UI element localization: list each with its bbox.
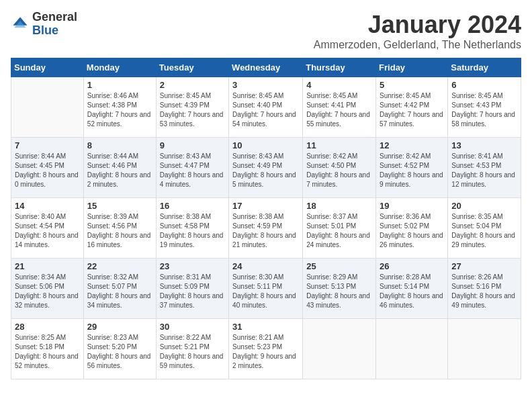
- day-number: 24: [232, 261, 299, 271]
- day-number: 9: [160, 140, 225, 150]
- logo-icon: [11, 15, 30, 34]
- calendar-cell: 5 Sunrise: 8:45 AMSunset: 4:42 PMDayligh…: [376, 77, 448, 138]
- day-info: Sunrise: 8:44 AMSunset: 4:46 PMDaylight:…: [87, 152, 151, 188]
- calendar-week-4: 28 Sunrise: 8:25 AMSunset: 5:18 PMDaylig…: [11, 319, 521, 379]
- calendar-cell: 26 Sunrise: 8:28 AMSunset: 5:14 PMDaylig…: [376, 259, 448, 319]
- day-info: Sunrise: 8:45 AMSunset: 4:43 PMDaylight:…: [451, 92, 515, 128]
- calendar-cell: 22 Sunrise: 8:32 AMSunset: 5:07 PMDaylig…: [83, 259, 156, 319]
- day-number: 29: [87, 322, 152, 332]
- day-info: Sunrise: 8:43 AMSunset: 4:47 PMDaylight:…: [160, 152, 224, 188]
- day-info: Sunrise: 8:30 AMSunset: 5:11 PMDaylight:…: [232, 273, 296, 309]
- day-number: 21: [15, 261, 80, 271]
- calendar-week-1: 7 Sunrise: 8:44 AMSunset: 4:45 PMDayligh…: [11, 138, 521, 198]
- calendar-cell: 1 Sunrise: 8:46 AMSunset: 4:38 PMDayligh…: [83, 77, 156, 138]
- day-number: 19: [380, 201, 444, 211]
- calendar-cell: [303, 319, 376, 379]
- header-monday: Monday: [83, 58, 156, 77]
- location-subtitle: Ammerzoden, Gelderland, The Netherlands: [314, 39, 521, 51]
- logo: General Blue: [11, 11, 77, 38]
- day-number: 28: [15, 322, 80, 332]
- day-info: Sunrise: 8:36 AMSunset: 5:02 PMDaylight:…: [380, 213, 443, 248]
- day-number: 17: [232, 201, 299, 211]
- day-info: Sunrise: 8:45 AMSunset: 4:41 PMDaylight:…: [306, 92, 370, 128]
- calendar-cell: 16 Sunrise: 8:38 AMSunset: 4:58 PMDaylig…: [156, 198, 228, 259]
- day-number: 2: [160, 80, 225, 90]
- day-info: Sunrise: 8:46 AMSunset: 4:38 PMDaylight:…: [87, 92, 151, 128]
- calendar-cell: 2 Sunrise: 8:45 AMSunset: 4:39 PMDayligh…: [156, 77, 228, 138]
- header-row: Sunday Monday Tuesday Wednesday Thursday…: [11, 58, 521, 77]
- calendar-cell: 31 Sunrise: 8:21 AMSunset: 5:23 PMDaylig…: [229, 319, 303, 379]
- header-friday: Friday: [376, 58, 448, 77]
- calendar-cell: 6 Sunrise: 8:45 AMSunset: 4:43 PMDayligh…: [448, 77, 521, 138]
- calendar-cell: 13 Sunrise: 8:41 AMSunset: 4:53 PMDaylig…: [448, 138, 521, 198]
- logo-general: General: [32, 11, 77, 24]
- day-info: Sunrise: 8:32 AMSunset: 5:07 PMDaylight:…: [87, 273, 151, 309]
- day-number: 10: [232, 140, 299, 150]
- day-number: 14: [15, 201, 80, 211]
- day-number: 13: [451, 140, 517, 150]
- day-info: Sunrise: 8:41 AMSunset: 4:53 PMDaylight:…: [451, 152, 515, 188]
- calendar-cell: 20 Sunrise: 8:35 AMSunset: 5:04 PMDaylig…: [448, 198, 521, 259]
- day-number: 27: [451, 261, 517, 271]
- day-number: 3: [232, 80, 299, 90]
- day-number: 26: [380, 261, 444, 271]
- day-number: 22: [87, 261, 152, 271]
- day-number: 20: [451, 201, 517, 211]
- day-number: 16: [160, 201, 225, 211]
- calendar-cell: 23 Sunrise: 8:31 AMSunset: 5:09 PMDaylig…: [156, 259, 228, 319]
- day-info: Sunrise: 8:44 AMSunset: 4:45 PMDaylight:…: [15, 152, 79, 188]
- calendar-cell: [448, 319, 521, 379]
- calendar-cell: 27 Sunrise: 8:26 AMSunset: 5:16 PMDaylig…: [448, 259, 521, 319]
- calendar-cell: 11 Sunrise: 8:42 AMSunset: 4:50 PMDaylig…: [303, 138, 376, 198]
- calendar-cell: 8 Sunrise: 8:44 AMSunset: 4:46 PMDayligh…: [83, 138, 156, 198]
- day-info: Sunrise: 8:22 AMSunset: 5:21 PMDaylight:…: [160, 334, 224, 369]
- day-info: Sunrise: 8:45 AMSunset: 4:39 PMDaylight:…: [160, 92, 224, 128]
- calendar-cell: 9 Sunrise: 8:43 AMSunset: 4:47 PMDayligh…: [156, 138, 228, 198]
- header-thursday: Thursday: [303, 58, 376, 77]
- header-saturday: Saturday: [448, 58, 521, 77]
- calendar-table: Sunday Monday Tuesday Wednesday Thursday…: [11, 58, 521, 379]
- header: General Blue January 2024 Ammerzoden, Ge…: [11, 11, 521, 51]
- day-info: Sunrise: 8:34 AMSunset: 5:06 PMDaylight:…: [15, 273, 79, 309]
- day-number: 25: [306, 261, 372, 271]
- day-info: Sunrise: 8:35 AMSunset: 5:04 PMDaylight:…: [451, 213, 515, 248]
- day-number: 11: [306, 140, 372, 150]
- day-info: Sunrise: 8:43 AMSunset: 4:49 PMDaylight:…: [232, 152, 296, 188]
- calendar-cell: 12 Sunrise: 8:42 AMSunset: 4:52 PMDaylig…: [376, 138, 448, 198]
- day-info: Sunrise: 8:45 AMSunset: 4:42 PMDaylight:…: [380, 92, 443, 128]
- calendar-cell: 28 Sunrise: 8:25 AMSunset: 5:18 PMDaylig…: [11, 319, 84, 379]
- day-info: Sunrise: 8:21 AMSunset: 5:23 PMDaylight:…: [232, 334, 296, 369]
- calendar-cell: 4 Sunrise: 8:45 AMSunset: 4:41 PMDayligh…: [303, 77, 376, 138]
- title-section: January 2024 Ammerzoden, Gelderland, The…: [314, 11, 521, 51]
- day-info: Sunrise: 8:28 AMSunset: 5:14 PMDaylight:…: [380, 273, 443, 309]
- calendar-cell: 18 Sunrise: 8:37 AMSunset: 5:01 PMDaylig…: [303, 198, 376, 259]
- calendar-cell: 14 Sunrise: 8:40 AMSunset: 4:54 PMDaylig…: [11, 198, 84, 259]
- day-number: 4: [306, 80, 372, 90]
- logo-text: General Blue: [32, 11, 77, 38]
- calendar-week-0: 1 Sunrise: 8:46 AMSunset: 4:38 PMDayligh…: [11, 77, 521, 138]
- day-info: Sunrise: 8:45 AMSunset: 4:40 PMDaylight:…: [232, 92, 296, 128]
- day-number: 12: [380, 140, 444, 150]
- calendar-cell: 30 Sunrise: 8:22 AMSunset: 5:21 PMDaylig…: [156, 319, 228, 379]
- calendar-week-2: 14 Sunrise: 8:40 AMSunset: 4:54 PMDaylig…: [11, 198, 521, 259]
- day-info: Sunrise: 8:31 AMSunset: 5:09 PMDaylight:…: [160, 273, 224, 309]
- header-sunday: Sunday: [11, 58, 84, 77]
- calendar-cell: 19 Sunrise: 8:36 AMSunset: 5:02 PMDaylig…: [376, 198, 448, 259]
- day-info: Sunrise: 8:37 AMSunset: 5:01 PMDaylight:…: [306, 213, 370, 248]
- logo-blue: Blue: [32, 24, 77, 38]
- day-number: 15: [87, 201, 152, 211]
- day-info: Sunrise: 8:42 AMSunset: 4:50 PMDaylight:…: [306, 152, 370, 188]
- calendar-cell: 24 Sunrise: 8:30 AMSunset: 5:11 PMDaylig…: [229, 259, 303, 319]
- day-number: 5: [380, 80, 444, 90]
- calendar-cell: [11, 77, 84, 138]
- calendar-cell: 15 Sunrise: 8:39 AMSunset: 4:56 PMDaylig…: [83, 198, 156, 259]
- calendar-cell: 7 Sunrise: 8:44 AMSunset: 4:45 PMDayligh…: [11, 138, 84, 198]
- day-info: Sunrise: 8:25 AMSunset: 5:18 PMDaylight:…: [15, 334, 79, 369]
- day-info: Sunrise: 8:39 AMSunset: 4:56 PMDaylight:…: [87, 213, 151, 248]
- calendar-cell: 10 Sunrise: 8:43 AMSunset: 4:49 PMDaylig…: [229, 138, 303, 198]
- day-number: 8: [87, 140, 152, 150]
- day-number: 7: [15, 140, 80, 150]
- day-number: 18: [306, 201, 372, 211]
- day-info: Sunrise: 8:38 AMSunset: 4:59 PMDaylight:…: [232, 213, 296, 248]
- day-number: 30: [160, 322, 225, 332]
